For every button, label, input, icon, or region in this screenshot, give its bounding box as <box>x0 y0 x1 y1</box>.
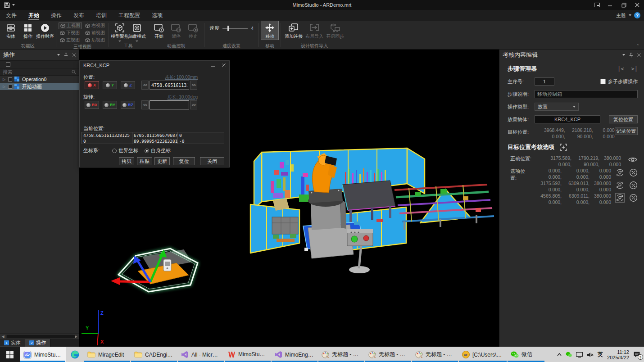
tab-file[interactable]: 文件 <box>0 10 23 21</box>
close-button[interactable]: 关闭 <box>200 157 224 165</box>
tree-item-start-animation[interactable]: ▷ 开始动画 <box>0 83 79 90</box>
tray-volume-mute-icon[interactable] <box>587 352 594 357</box>
view-left-button[interactable]: 左视图 <box>59 37 82 44</box>
dialog-minimize-icon[interactable] <box>211 63 215 67</box>
paste-button[interactable]: 粘贴 <box>137 157 152 165</box>
tab-start[interactable]: 开始 <box>23 10 45 21</box>
self-coordinate-radio[interactable]: 自身坐标 <box>145 147 171 154</box>
axis-ry-button[interactable]: RY <box>103 101 117 109</box>
restore-icon[interactable] <box>617 0 630 10</box>
taskbar-item-wechat[interactable]: 微信 <box>507 347 545 362</box>
start-button[interactable] <box>0 347 20 362</box>
taskbar-item-visualstudio-all[interactable]: All - Microsoft ... <box>177 347 224 362</box>
eye-icon[interactable] <box>628 157 637 163</box>
position-value-input[interactable] <box>150 81 189 90</box>
search-box[interactable] <box>0 68 79 76</box>
model-focus-button[interactable]: 模型聚焦 <box>111 21 128 42</box>
tab-training[interactable]: 培训 <box>90 10 113 21</box>
speed-slider[interactable] <box>222 28 248 29</box>
tab-operate[interactable]: 操作 <box>45 10 68 21</box>
tab-operation[interactable]: 2 操作 <box>25 339 50 347</box>
entity-button[interactable]: 实体 <box>2 21 19 40</box>
operation-sequence-button[interactable]: 操作时序 <box>36 21 54 40</box>
taskbar-item-mimoengine[interactable]: MimoEngine - ... <box>271 347 318 362</box>
quickaccess-chevron-down-icon[interactable] <box>12 4 15 6</box>
copy-button[interactable]: 拷贝 <box>119 157 134 165</box>
rotation-step-down-button[interactable]: << <box>141 100 149 109</box>
percent-icon[interactable] <box>629 194 638 202</box>
step-description-input[interactable] <box>535 90 638 98</box>
krc4-kcp-dialog[interactable]: KRC4_KCP 位置: 步长: 100.00mm X Y Z << >> 旋转… <box>79 60 230 167</box>
taskbar-edge-icon[interactable] <box>66 347 84 362</box>
horizontal-scrollbar[interactable]: ◀ ▶ <box>0 333 79 339</box>
sync-on-button[interactable]: 开启同步 <box>325 21 345 40</box>
theme-selector[interactable]: 主题 <box>616 12 626 19</box>
rotation-value-input[interactable] <box>150 100 189 109</box>
close-icon[interactable] <box>630 0 644 10</box>
view-top-button[interactable]: 上视图 <box>59 23 82 29</box>
expand-arrow-icon[interactable]: ▷ <box>3 85 6 89</box>
theme-chevron-down-icon[interactable] <box>629 14 631 16</box>
axis-z-button[interactable]: Z <box>121 81 135 89</box>
taskbar-item-mimostudio[interactable]: MimoStudio - ... <box>20 347 66 362</box>
reset-button[interactable]: 复位 <box>173 157 195 165</box>
taskbar-item-cadengine5[interactable]: CADEngine5 <box>131 347 177 362</box>
axis-y-button[interactable]: Y <box>103 81 117 89</box>
view-right-button[interactable]: 右视图 <box>84 23 106 29</box>
taskbar-item-mirageedit[interactable]: MirageEdit <box>84 347 131 362</box>
axis-rz-button[interactable]: RZ <box>121 101 135 109</box>
display-switch-icon[interactable] <box>590 0 603 10</box>
position-step-up-button[interactable]: >> <box>190 81 197 90</box>
tray-chevron-up-icon[interactable] <box>557 353 562 356</box>
tab-project-config[interactable]: 工程配置 <box>113 10 146 21</box>
panel-chevron-down-icon[interactable] <box>622 54 625 56</box>
anim-start-button[interactable]: 开始 <box>150 21 168 40</box>
main-number-input[interactable] <box>535 77 554 86</box>
record-option-position-icon[interactable] <box>616 181 624 190</box>
tab-entity[interactable]: 1 实体 <box>0 339 25 347</box>
pin-icon[interactable] <box>64 53 68 58</box>
percent-icon[interactable] <box>629 168 638 177</box>
selected-kcp-object[interactable] <box>118 249 198 292</box>
tray-display-icon[interactable] <box>576 352 583 357</box>
position-step-down-button[interactable]: << <box>141 81 149 90</box>
item-checkbox[interactable] <box>8 85 12 89</box>
speed-slider-thumb[interactable] <box>227 26 229 31</box>
taskbar-item-paint-3[interactable]: 无标题 - 画图 <box>412 347 458 362</box>
percent-icon[interactable] <box>629 181 638 190</box>
panel-chevron-down-icon[interactable] <box>57 54 60 56</box>
panel-close-icon[interactable] <box>72 53 76 57</box>
dialog-close-icon[interactable] <box>222 63 226 67</box>
search-input[interactable] <box>3 69 70 75</box>
expand-arrow-icon[interactable]: ▷ <box>3 77 6 81</box>
reset-position-button[interactable]: 复位位置 <box>609 115 638 123</box>
multi-step-checkbox[interactable] <box>600 79 606 84</box>
ribbon-collapse-icon[interactable]: ⌃ <box>631 44 644 49</box>
step-next-icon[interactable]: >| <box>631 66 638 72</box>
item-checkbox[interactable] <box>8 77 12 81</box>
notification-icon[interactable]: 3 <box>633 351 640 358</box>
panel-close-icon[interactable] <box>637 53 641 57</box>
taskbar-item-paint-1[interactable]: 无标题 - 画图 <box>318 347 365 362</box>
bird-view-button[interactable]: 鸟瞰模式 <box>128 21 145 42</box>
record-option-position-icon[interactable] <box>616 194 624 202</box>
gizmo-x-arrow[interactable] <box>111 277 120 285</box>
input-method-indicator[interactable]: 英 <box>598 351 603 358</box>
step-prev-icon[interactable]: |< <box>617 66 624 72</box>
view-front-button[interactable]: 前视图 <box>84 30 106 36</box>
tab-publish[interactable]: 发布 <box>68 10 90 21</box>
rotation-step-up-button[interactable]: >> <box>190 100 197 109</box>
pin-icon[interactable] <box>629 53 633 58</box>
operation-type-select[interactable]: 放置 <box>535 103 579 111</box>
operation-button[interactable]: 操作 <box>19 21 36 40</box>
axis-x-button[interactable]: X <box>85 81 99 89</box>
world-coordinate-radio[interactable]: 世界坐标 <box>112 147 138 154</box>
axis-rx-button[interactable]: RX <box>85 101 99 109</box>
tab-options[interactable]: 选项 <box>146 10 168 21</box>
place-object-input[interactable] <box>535 115 600 123</box>
taskbar-item-ultraedit[interactable]: UE [C:\Users\wayn... <box>458 347 507 362</box>
record-option-position-icon[interactable] <box>616 168 624 177</box>
save-icon[interactable] <box>4 2 10 8</box>
move-button[interactable]: 移动 <box>261 21 278 40</box>
scroll-left-icon[interactable]: ◀ <box>0 335 6 339</box>
